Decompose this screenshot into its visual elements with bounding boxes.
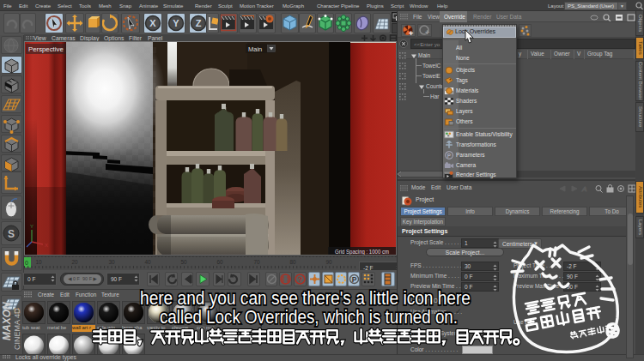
svg-text:10: 10	[35, 259, 42, 265]
svg-text:X: X	[45, 243, 48, 248]
svg-text:60: 60	[216, 259, 223, 265]
svg-text:+: +	[409, 29, 413, 36]
svg-text:80: 80	[289, 259, 296, 265]
svg-text:A: A	[581, 185, 586, 193]
svg-text:S: S	[8, 228, 15, 240]
svg-text:+: +	[425, 28, 429, 36]
svg-text:Y: Y	[30, 224, 33, 229]
svg-text:20: 20	[71, 259, 78, 265]
svg-text:called Lock Overrides, which i: called Lock Overrides, which is turned o…	[160, 306, 458, 328]
svg-text:Main: Main	[248, 45, 262, 53]
svg-text:Y: Y	[173, 18, 179, 28]
svg-text:X: X	[149, 18, 156, 28]
svg-text:P: P	[447, 153, 452, 159]
svg-text:Grid Spacing : 1000 cm: Grid Spacing : 1000 cm	[335, 249, 389, 256]
svg-text:Z: Z	[196, 18, 202, 28]
svg-text:90: 90	[325, 259, 332, 265]
svg-text:0: 0	[25, 260, 28, 266]
svg-text:70: 70	[253, 259, 260, 265]
svg-text:50: 50	[180, 259, 187, 265]
svg-text:Perspective: Perspective	[28, 45, 64, 53]
svg-text:40: 40	[144, 259, 151, 265]
svg-text:30: 30	[108, 259, 115, 265]
